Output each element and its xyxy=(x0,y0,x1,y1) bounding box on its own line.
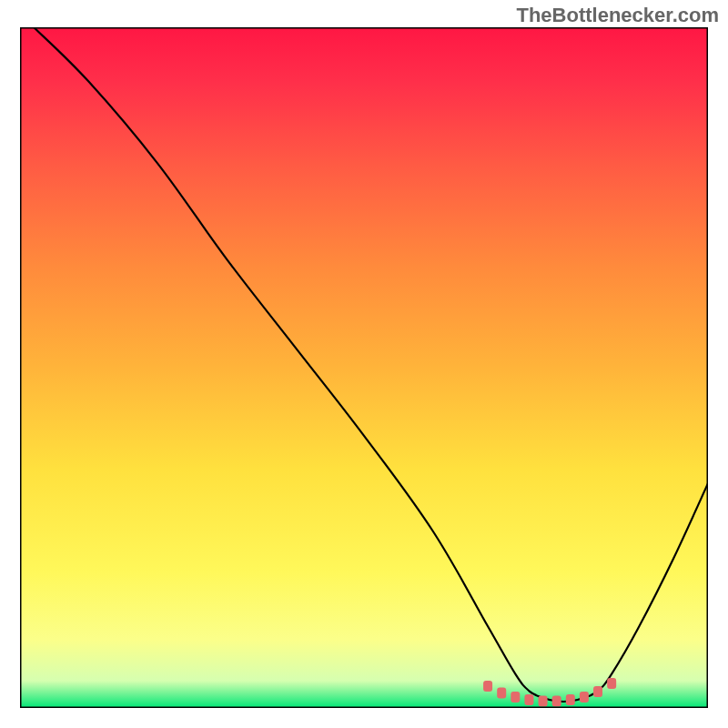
highlight-marker xyxy=(483,681,492,692)
gradient-background xyxy=(20,27,708,708)
highlight-marker xyxy=(580,692,589,703)
highlight-marker xyxy=(566,694,575,705)
highlight-marker xyxy=(539,696,548,707)
plot-frame xyxy=(20,27,708,708)
watermark-text: TheBottlenecker.com xyxy=(516,4,719,27)
chart-svg xyxy=(20,27,708,708)
highlight-marker xyxy=(593,686,602,697)
highlight-marker xyxy=(607,678,616,689)
chart-container: TheBottlenecker.com xyxy=(0,0,728,728)
highlight-marker xyxy=(524,694,533,705)
highlight-marker xyxy=(511,692,520,703)
highlight-marker xyxy=(497,688,506,699)
highlight-marker xyxy=(552,696,561,707)
